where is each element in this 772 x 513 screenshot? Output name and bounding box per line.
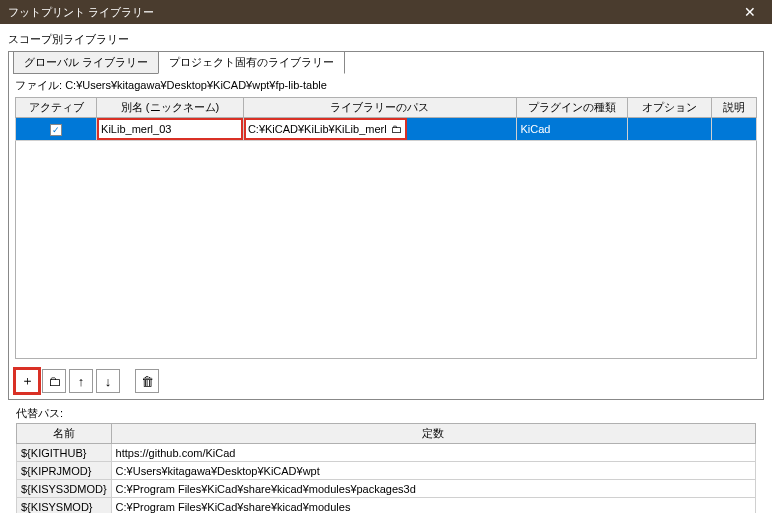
tab-global[interactable]: グローバル ライブラリー [13, 51, 159, 74]
window-title: フットプリント ライブラリー [8, 5, 154, 20]
subs-value: https://github.com/KiCad [111, 444, 755, 462]
file-label: ファイル: [15, 79, 62, 91]
tab-project[interactable]: プロジェクト固有のライブラリー [158, 51, 345, 74]
path-cell[interactable]: 🗀 [243, 118, 516, 141]
col-active[interactable]: アクティブ [16, 98, 97, 118]
add-button[interactable]: ＋ [15, 369, 39, 393]
file-line: ファイル: C:¥Users¥kitagawa¥Desktop¥KiCAD¥wp… [9, 74, 763, 97]
subs-row[interactable]: ${KISYS3DMOD}C:¥Program Files¥KiCad¥shar… [17, 480, 756, 498]
table-empty-area[interactable] [15, 141, 757, 359]
checkbox-icon[interactable]: ✓ [50, 124, 62, 136]
active-cell[interactable]: ✓ [16, 118, 97, 141]
scope-label: スコープ別ライブラリー [8, 32, 764, 47]
delete-button[interactable]: 🗑 [135, 369, 159, 393]
subs-label: 代替パス: [16, 406, 764, 421]
subs-name: ${KIGITHUB} [17, 444, 112, 462]
browse-button[interactable]: 🗀 [42, 369, 66, 393]
nickname-input[interactable] [99, 120, 241, 138]
subs-name: ${KISYS3DMOD} [17, 480, 112, 498]
folder-icon[interactable]: 🗀 [388, 123, 405, 135]
subs-row[interactable]: ${KIGITHUB}https://github.com/KiCad [17, 444, 756, 462]
subs-value: C:¥Users¥kitagawa¥Desktop¥KiCAD¥wpt [111, 462, 755, 480]
scope-group: グローバル ライブラリー プロジェクト固有のライブラリー ファイル: C:¥Us… [8, 51, 764, 400]
close-icon[interactable]: ✕ [736, 2, 764, 22]
substitution-table: 名前 定数 ${KIGITHUB}https://github.com/KiCa… [16, 423, 756, 513]
subs-row[interactable]: ${KIPRJMOD}C:¥Users¥kitagawa¥Desktop¥KiC… [17, 462, 756, 480]
titlebar: フットプリント ライブラリー ✕ [0, 0, 772, 24]
subs-col-value[interactable]: 定数 [111, 424, 755, 444]
toolbar: ＋ 🗀 ↑ ↓ 🗑 [9, 365, 763, 399]
path-input[interactable] [246, 123, 388, 135]
move-down-button[interactable]: ↓ [96, 369, 120, 393]
nickname-cell[interactable] [97, 118, 244, 141]
subs-value: C:¥Program Files¥KiCad¥share¥kicad¥modul… [111, 480, 755, 498]
col-plugin[interactable]: プラグインの種類 [516, 98, 628, 118]
col-path[interactable]: ライブラリーのパス [243, 98, 516, 118]
desc-cell[interactable] [712, 118, 757, 141]
library-table: アクティブ 別名 (ニックネーム) ライブラリーのパス プラグインの種類 オプシ… [15, 97, 757, 141]
col-desc[interactable]: 説明 [712, 98, 757, 118]
subs-row[interactable]: ${KISYSMOD}C:¥Program Files¥KiCad¥share¥… [17, 498, 756, 514]
table-row[interactable]: ✓ 🗀 KiCad [16, 118, 757, 141]
plugin-cell[interactable]: KiCad [516, 118, 628, 141]
file-path: C:¥Users¥kitagawa¥Desktop¥KiCAD¥wpt¥fp-l… [65, 79, 327, 91]
subs-value: C:¥Program Files¥KiCad¥share¥kicad¥modul… [111, 498, 755, 514]
options-cell[interactable] [628, 118, 712, 141]
move-up-button[interactable]: ↑ [69, 369, 93, 393]
subs-col-name[interactable]: 名前 [17, 424, 112, 444]
col-nickname[interactable]: 別名 (ニックネーム) [97, 98, 244, 118]
tabs: グローバル ライブラリー プロジェクト固有のライブラリー [13, 51, 763, 74]
col-options[interactable]: オプション [628, 98, 712, 118]
subs-name: ${KIPRJMOD} [17, 462, 112, 480]
subs-name: ${KISYSMOD} [17, 498, 112, 514]
